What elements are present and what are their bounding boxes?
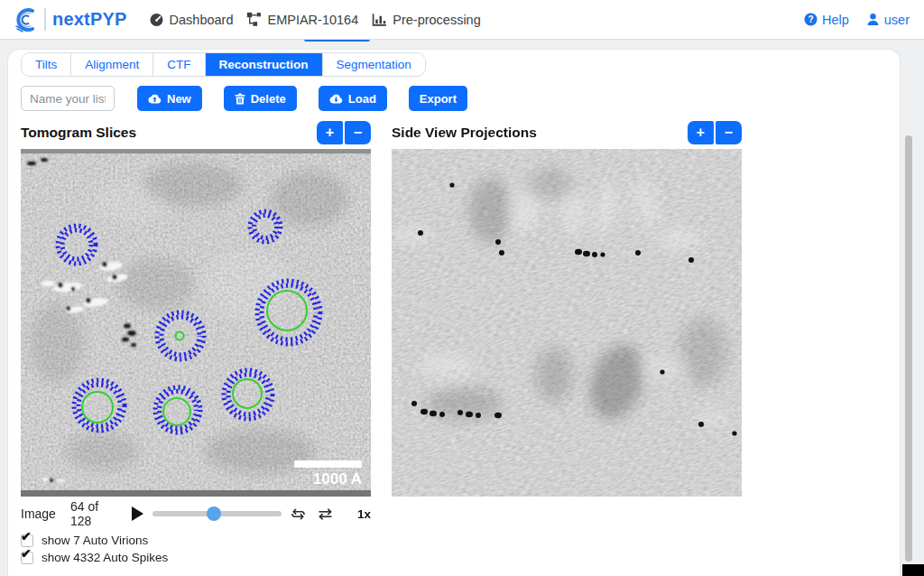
user-icon — [866, 13, 880, 26]
scale-bar-label: 1000 A — [313, 470, 362, 488]
mode-tabs: Tilts Alignment CTF Reconstruction Segme… — [21, 52, 426, 77]
list-toolbar: New Delete Load Export — [21, 86, 900, 111]
auto-spikes-label: show 4332 Auto Spikes — [42, 551, 168, 564]
cloud-upload-icon — [148, 94, 162, 104]
screen-corner-box — [902, 564, 924, 576]
delete-button[interactable]: Delete — [224, 86, 297, 111]
top-navbar: nextPYP Dashboard — [0, 0, 924, 40]
nav-links: Dashboard EMPIAR-10164 — [147, 12, 483, 27]
list-name-input[interactable] — [21, 86, 115, 111]
navbar-right: ? Help user — [802, 13, 911, 27]
tomogram-panel-title: Tomogram Slices — [21, 125, 136, 141]
new-button[interactable]: New — [137, 86, 202, 111]
side-view-zoom-out-button[interactable]: − — [716, 121, 742, 144]
user-label: user — [884, 13, 910, 27]
shuffle-icon[interactable] — [318, 508, 333, 520]
viewer-panels: Tomogram Slices + − — [21, 120, 900, 567]
svg-text:?: ? — [808, 14, 813, 24]
tab-alignment[interactable]: Alignment — [71, 53, 153, 76]
nav-item-label: Dashboard — [170, 13, 234, 27]
slice-player: Image 64 of 128 — [21, 502, 371, 525]
tab-tilts[interactable]: Tilts — [22, 53, 71, 76]
nav-item-preprocessing[interactable]: Pre-processing — [370, 12, 483, 27]
export-button-label: Export — [420, 92, 457, 106]
nav-item-label: Pre-processing — [393, 13, 481, 27]
tomogram-zoom-controls: + − — [317, 121, 371, 144]
slider-thumb[interactable] — [207, 506, 221, 521]
export-button[interactable]: Export — [409, 86, 467, 111]
new-button-label: New — [167, 92, 191, 106]
tomogram-slices-panel: Tomogram Slices + − — [21, 120, 371, 567]
load-button-label: Load — [348, 92, 376, 106]
tomogram-zoom-in-button[interactable]: + — [317, 121, 343, 144]
slice-slider[interactable] — [152, 511, 282, 516]
side-view-projection-image[interactable] — [392, 149, 742, 497]
tomogram-slice-image[interactable]: 1000 A — [21, 149, 371, 497]
user-menu[interactable]: user — [864, 13, 911, 27]
play-button[interactable] — [132, 506, 143, 521]
player-position: 64 of 128 — [70, 499, 122, 528]
auto-virions-checkbox[interactable]: ✔ — [21, 534, 33, 547]
help-icon: ? — [804, 13, 818, 26]
side-view-zoom-in-button[interactable]: + — [688, 121, 714, 144]
page-scrollbar[interactable] — [905, 135, 912, 562]
auto-virions-toggle[interactable]: ✔ show 7 Auto Virions — [21, 533, 371, 548]
auto-spikes-toggle[interactable]: ✔ show 4332 Auto Spikes — [21, 550, 371, 565]
project-icon — [246, 12, 262, 27]
delete-button-label: Delete — [251, 92, 286, 106]
side-view-panel: Side View Projections + − — [392, 120, 742, 567]
tomogram-zoom-out-button[interactable]: − — [345, 121, 371, 144]
tab-segmentation[interactable]: Segmentation — [323, 53, 425, 76]
player-image-label: Image — [21, 506, 56, 521]
tomogram-panel-header: Tomogram Slices + − — [21, 120, 371, 144]
loop-icon[interactable] — [291, 507, 306, 521]
help-link[interactable]: ? Help — [802, 13, 851, 27]
brand[interactable]: nextPYP — [13, 6, 127, 33]
help-label: Help — [822, 13, 849, 27]
nextpyp-logo-icon — [13, 6, 40, 33]
auto-virions-label: show 7 Auto Virions — [42, 534, 148, 547]
brand-divider — [44, 8, 46, 31]
load-button[interactable]: Load — [319, 86, 387, 111]
playback-speed[interactable]: 1x — [357, 507, 371, 521]
side-view-panel-title: Side View Projections — [392, 125, 537, 141]
side-view-panel-header: Side View Projections + − — [392, 120, 742, 144]
trash-icon — [235, 93, 245, 105]
cloud-download-icon — [329, 94, 343, 104]
chart-icon — [372, 12, 387, 27]
brand-name: nextPYP — [52, 9, 127, 30]
nav-item-label: EMPIAR-10164 — [267, 13, 358, 27]
auto-spikes-checkbox[interactable]: ✔ — [21, 552, 33, 564]
tab-ctf[interactable]: CTF — [153, 53, 205, 76]
overlay-toggles: ✔ show 7 Auto Virions ✔ show 4332 Auto S… — [21, 533, 371, 565]
side-view-zoom-controls: + − — [688, 121, 742, 144]
gauge-icon — [149, 12, 164, 27]
nav-item-project[interactable]: EMPIAR-10164 — [245, 12, 360, 27]
tab-reconstruction[interactable]: Reconstruction — [206, 53, 323, 76]
nav-item-dashboard[interactable]: Dashboard — [147, 12, 236, 27]
checkmark-icon: ✔ — [21, 530, 32, 543]
main-content-card: Tilts Alignment CTF Reconstruction Segme… — [7, 49, 901, 576]
checkmark-icon: ✔ — [21, 547, 32, 560]
